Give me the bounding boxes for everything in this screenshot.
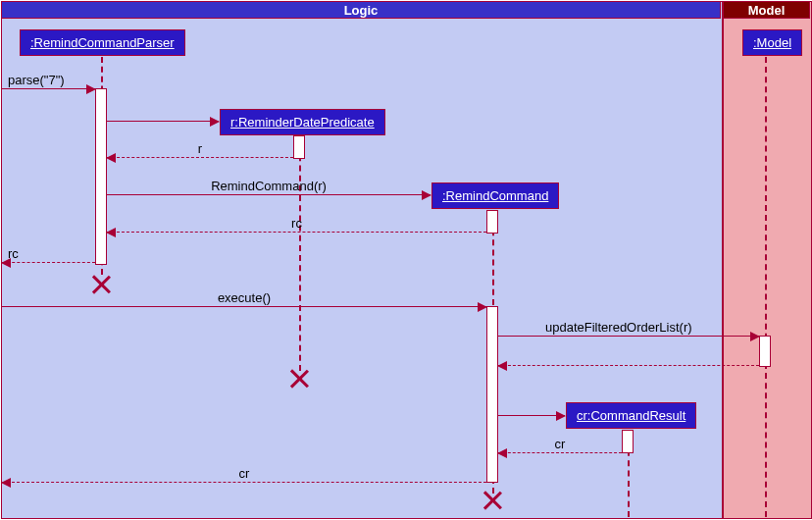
msg-return-cr: cr (498, 452, 622, 453)
partition-model-title: Model (723, 1, 810, 19)
participant-reminder-date-predicate: r:ReminderDatePredicate (220, 109, 385, 135)
msg-return-model (498, 365, 759, 366)
msg-create-rc: RemindCommand(r) (107, 194, 431, 195)
msg-update-filtered: updateFilteredOrderList(r) (498, 336, 759, 337)
activation-remind-command-create (486, 210, 498, 234)
msg-return-r: r (107, 157, 293, 158)
activation-reminder-date-predicate-create (293, 135, 305, 159)
msg-create-r (107, 121, 219, 122)
msg-return-cr-label: cr (498, 437, 622, 451)
partition-logic-title: Logic (1, 1, 721, 19)
destroy-reminder-date-predicate (289, 369, 309, 389)
msg-execute-label: execute() (2, 290, 486, 305)
activation-remind-command-parser (95, 88, 107, 265)
sequence-diagram: Logic Model :RemindCommandParser r:Remin… (0, 0, 812, 520)
msg-return-rc-out: rc (2, 262, 95, 263)
msg-return-rc-label: rc (107, 216, 486, 231)
msg-execute: execute() (2, 306, 486, 307)
msg-parse-label: parse("7") (8, 73, 65, 87)
participant-remind-command-parser: :RemindCommandParser (20, 29, 185, 56)
msg-return-cr-out-label: cr (2, 466, 486, 481)
msg-create-rc-label: RemindCommand(r) (107, 179, 431, 193)
msg-return-cr-out: cr (2, 482, 486, 483)
partition-model (723, 1, 812, 519)
activation-model (759, 336, 771, 367)
msg-update-filtered-label: updateFilteredOrderList(r) (545, 320, 692, 335)
participant-remind-command: :RemindCommand (431, 182, 559, 209)
lifeline-reminder-date-predicate (299, 135, 301, 371)
msg-return-rc-out-label: rc (8, 246, 19, 261)
msg-create-cr (498, 415, 565, 416)
msg-parse: parse("7") (2, 88, 95, 89)
participant-command-result: cr:CommandResult (566, 402, 696, 429)
msg-return-rc: rc (107, 232, 486, 233)
activation-command-result (622, 430, 634, 453)
msg-return-r-label: r (107, 141, 293, 156)
destroy-remind-command (482, 491, 502, 510)
destroy-remind-command-parser (91, 275, 111, 294)
participant-model: :Model (742, 29, 802, 56)
lifeline-model (765, 57, 767, 517)
